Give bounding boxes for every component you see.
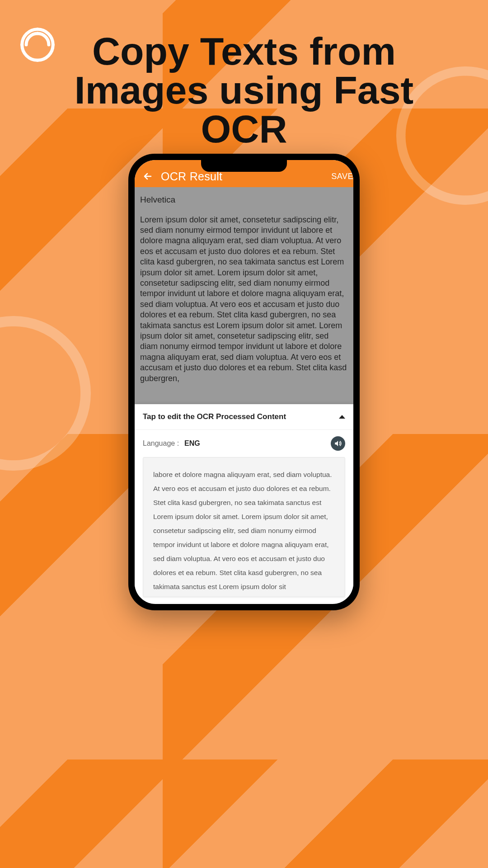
chevron-up-icon — [339, 415, 345, 419]
sheet-header[interactable]: Tap to edit the OCR Processed Content — [135, 404, 353, 430]
back-button[interactable] — [141, 170, 155, 183]
phone-screen: OCR Result SAVE Helvetica Lorem ipsum do… — [135, 160, 353, 604]
language-row: Language : ENG — [135, 430, 353, 457]
edit-text-area[interactable]: labore et dolore magna aliquyam erat, se… — [143, 457, 345, 597]
sheet-header-label: Tap to edit the OCR Processed Content — [143, 412, 286, 421]
ocr-preview-area: Helvetica Lorem ipsum dolor sit amet, co… — [135, 187, 353, 404]
language-value[interactable]: ENG — [184, 439, 200, 448]
phone-notch — [201, 160, 287, 172]
bottom-nav: OCR — [135, 603, 353, 604]
phone-frame: OCR Result SAVE Helvetica Lorem ipsum do… — [128, 154, 360, 610]
decorative-swirl-icon — [0, 307, 99, 479]
back-arrow-icon — [142, 171, 153, 182]
speaker-icon — [334, 439, 342, 448]
audio-button[interactable] — [331, 436, 345, 451]
promo-headline: Copy Texts from Images using Fast OCR — [0, 32, 488, 148]
edit-sheet: Tap to edit the OCR Processed Content La… — [135, 404, 353, 597]
ocr-body-text: Lorem ipsum dolor sit amet, consetetur s… — [140, 215, 348, 384]
language-label: Language : — [143, 439, 179, 448]
save-button[interactable]: SAVE — [331, 172, 353, 181]
ocr-font-name: Helvetica — [140, 194, 348, 206]
